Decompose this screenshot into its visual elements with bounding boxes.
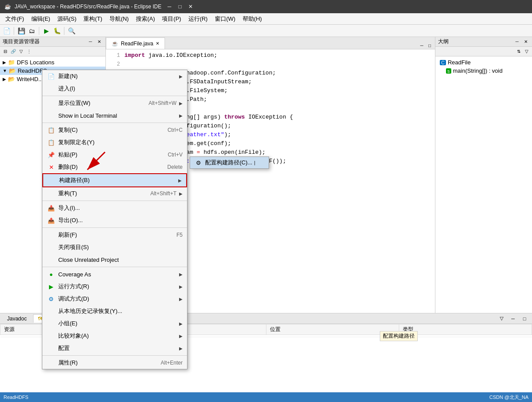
project-icon: 📂 <box>9 67 16 74</box>
code-line: 1import java.io.IOException; <box>108 51 433 60</box>
tab-javadoc[interactable]: Javadoc <box>3 315 31 323</box>
outline-label: main(String[]) : void <box>453 67 503 74</box>
sub-context-menu: ⚙ 配置构建路径(C)... | 配置构建路径 <box>190 156 269 169</box>
panel-close-button[interactable]: ✕ <box>96 38 103 45</box>
menu-search[interactable]: 搜索(A) <box>132 14 158 24</box>
properties-icon <box>47 358 56 367</box>
toolbar-search[interactable]: 🔍 <box>67 26 76 36</box>
ctx-copy-qualified[interactable]: 📋 复制限定名(Y) <box>42 136 187 149</box>
tooltip: 配置构建路径 <box>380 331 418 341</box>
team-icon <box>47 319 56 328</box>
ctx-team[interactable]: 小组(E) ▶ <box>42 317 187 330</box>
project-explorer-toolbar: ⊟ 🔗 ▽ ⋮ <box>0 47 105 56</box>
status-user: CSDN @北天_NA <box>489 394 528 401</box>
maximize-button[interactable]: □ <box>176 2 184 11</box>
ctx-sep <box>42 123 187 123</box>
toolbar-debug[interactable]: 🐛 <box>52 26 62 36</box>
method-icon: s <box>446 68 451 74</box>
ctx-paste[interactable]: 📌 粘贴(P) Ctrl+V <box>42 149 187 161</box>
outline-minimize-button[interactable]: ─ <box>513 38 521 45</box>
ctx-enter[interactable]: 进入(I) <box>42 82 187 95</box>
tab-readfile[interactable]: ☕ ReadFile.java ✕ <box>106 37 165 49</box>
ctx-build-path[interactable]: 构建路径(B) ▶ <box>42 173 187 187</box>
ctx-close-unrelated[interactable]: Close Unrelated Project <box>42 253 187 266</box>
toolbar-run[interactable]: ▶ <box>41 26 51 36</box>
menu-run[interactable]: 运行(R) <box>185 14 211 24</box>
arrow-icon: ▼ <box>3 68 7 73</box>
menu-window[interactable]: 窗口(W) <box>211 14 239 24</box>
minimize-button[interactable]: ─ <box>165 2 174 11</box>
class-icon: C <box>440 60 446 65</box>
menu-help[interactable]: 帮助(H) <box>239 14 266 24</box>
project-explorer-header: 项目资源管理器 ─ ✕ <box>0 37 105 47</box>
ctx-compare[interactable]: 比较对象(A) ▶ <box>42 330 187 342</box>
col-type: 类型 <box>399 324 532 335</box>
outline-filter-button[interactable]: ▽ <box>523 48 530 55</box>
bottom-maximize-button[interactable]: □ <box>520 314 529 324</box>
ctx-configure[interactable]: 配置 ▶ <box>42 342 187 354</box>
ctx-import[interactable]: 📥 导入(I)... <box>42 202 187 214</box>
copy-icon: 📋 <box>47 126 56 134</box>
ctx-close-project[interactable]: 关闭项目(S) <box>42 241 187 253</box>
debug-icon: ⚙ <box>47 294 56 303</box>
close-unrelated-icon <box>47 255 56 264</box>
refresh-icon <box>47 231 56 239</box>
tab-close-button[interactable]: ✕ <box>156 41 159 46</box>
toolbar-new[interactable]: 📄 <box>2 26 11 36</box>
col-location: 位置 <box>266 324 399 335</box>
ctx-new[interactable]: 📄 新建(N) ▶ <box>42 70 187 82</box>
status-bar: ReadHDFS CSDN @北天_NA <box>0 392 532 402</box>
arrow-icon: ▶ <box>3 60 6 65</box>
ctx-refactor[interactable]: 重构(T) Alt+Shift+T ▶ <box>42 187 187 200</box>
ctx-copy[interactable]: 📋 复制(C) Ctrl+C <box>42 124 187 136</box>
link-with-editor-button[interactable]: 🔗 <box>10 48 17 55</box>
ctx-delete[interactable]: ✕ 删除(D) Delete <box>42 161 187 173</box>
menu-project[interactable]: 项目(P) <box>158 14 184 24</box>
outline-item-readfile[interactable]: C ReadFile <box>437 58 530 67</box>
coverage-icon: ● <box>47 270 56 279</box>
tab-icon: ☕ <box>112 41 118 47</box>
view-menu-button[interactable]: ⋮ <box>26 48 33 55</box>
close-button[interactable]: ✕ <box>186 2 195 11</box>
menu-source[interactable]: 源码(S) <box>54 14 80 24</box>
sub-ctx-configure-build-path[interactable]: ⚙ 配置构建路径(C)... | <box>190 157 269 168</box>
ctx-refresh[interactable]: 刷新(F) F5 <box>42 229 187 241</box>
ctx-sep <box>42 227 187 228</box>
outline-label: ReadFile <box>448 59 471 66</box>
outline-header: 大纲 ─ ✕ <box>435 37 532 47</box>
compare-icon <box>47 331 56 340</box>
ctx-restore-local[interactable]: 从本地历史记录恢复(Y)... <box>42 305 187 317</box>
toolbar-save-all[interactable]: 🗂 <box>27 26 37 36</box>
outline-item-main[interactable]: s main(String[]) : void <box>437 67 530 75</box>
ctx-coverage-as[interactable]: ● Coverage As ▶ <box>42 268 187 280</box>
toolbar-save[interactable]: 💾 <box>16 26 26 36</box>
menu-navigate[interactable]: 导航(N) <box>106 14 132 24</box>
ctx-export[interactable]: 📤 导出(O)... <box>42 214 187 227</box>
status-project: ReadHDFS <box>4 395 28 400</box>
outline-sort-button[interactable]: ⇅ <box>515 48 522 55</box>
bottom-minimize-button[interactable]: ─ <box>508 314 518 324</box>
outline-close-button[interactable]: ✕ <box>522 38 529 45</box>
editor-minimize-button[interactable]: ─ <box>418 42 425 49</box>
menu-refactor[interactable]: 重构(T) <box>80 14 106 24</box>
build-path-icon <box>48 176 56 185</box>
ctx-show-terminal[interactable]: Show in Local Terminal ▶ <box>42 109 187 122</box>
show-icon <box>47 99 56 108</box>
bottom-filter-button[interactable]: ▽ <box>497 314 506 324</box>
ctx-show-location[interactable]: 显示位置(W) Alt+Shift+W ▶ <box>42 97 187 109</box>
ctx-properties[interactable]: 属性(R) Alt+Enter <box>42 357 187 369</box>
menu-edit[interactable]: 编辑(E) <box>28 14 54 24</box>
filter-button[interactable]: ▽ <box>18 48 25 55</box>
terminal-icon <box>47 111 56 120</box>
ctx-run-as[interactable]: ▶ 运行方式(R) ▶ <box>42 280 187 293</box>
ctx-debug-as[interactable]: ⚙ 调试方式(D) ▶ <box>42 293 187 305</box>
panel-minimize-button[interactable]: ─ <box>87 38 94 45</box>
tree-item-dfs[interactable]: ▶ 📁 DFS Locations <box>0 58 105 67</box>
menu-file[interactable]: 文件(F) <box>2 14 28 24</box>
editor-maximize-button[interactable]: □ <box>426 42 433 49</box>
tree-label: WriteHD... <box>17 76 43 82</box>
project-explorer-title: 项目资源管理器 <box>3 38 40 45</box>
collapse-all-button[interactable]: ⊟ <box>2 48 9 55</box>
configure-icon <box>47 344 56 353</box>
paste-icon: 📌 <box>47 150 56 159</box>
